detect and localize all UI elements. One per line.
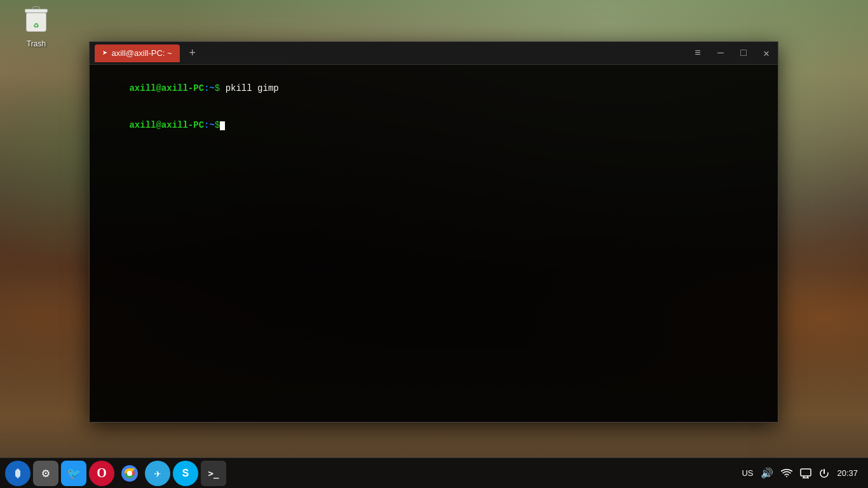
prompt-user-2: axill@axill-PC — [129, 120, 204, 130]
power-icon — [819, 468, 829, 478]
tray-volume-icon[interactable]: 🔊 — [761, 467, 773, 480]
terminal-tab-icon: ➤ — [102, 48, 107, 58]
terminal-taskbar-icon: >_ — [208, 468, 219, 478]
system-tray: US 🔊 20:37 — [742, 467, 863, 480]
svg-rect-4 — [801, 469, 811, 476]
taskbar-app-budgie[interactable]: 🐦 — [61, 461, 86, 486]
tray-power-icon[interactable] — [819, 468, 829, 478]
chrome-icon — [121, 465, 138, 482]
prompt-path-1: :~ — [204, 83, 215, 93]
prompt-dollar-1: $ — [215, 83, 220, 93]
trash-label: Trash — [27, 39, 46, 48]
telegram-icon: ✈ — [154, 466, 161, 480]
prompt-dollar-2: $ — [215, 120, 220, 130]
taskbar-app-skype[interactable]: S — [173, 461, 198, 486]
wifi-icon — [781, 469, 792, 478]
taskbar-app-chrome[interactable] — [117, 461, 142, 486]
solus-icon — [10, 466, 25, 481]
tray-clock: 20:37 — [837, 468, 858, 478]
taskbar: ⚙ 🐦 O ✈ S >_ — [0, 458, 868, 488]
terminal-tab[interactable]: ➤ axill@axill-PC: ~ — [95, 44, 180, 62]
trash-icon-image: ♻ — [21, 6, 51, 37]
taskbar-app-solus[interactable] — [5, 461, 31, 486]
menu-button[interactable]: ≡ — [691, 47, 704, 60]
tray-language[interactable]: US — [742, 468, 753, 478]
trash-can-graphic: ♻ — [25, 6, 48, 32]
trash-can-body: ♻ — [26, 13, 46, 32]
cursor — [220, 121, 225, 130]
terminal-content[interactable]: axill@axill-PC:~$ pkill gimp axill@axill… — [90, 65, 778, 422]
terminal-line-2: axill@axill-PC:~$ — [97, 107, 770, 145]
taskbar-app-terminal[interactable]: >_ — [201, 461, 226, 486]
window-controls: ≡ ─ □ ✕ — [691, 47, 773, 60]
opera-icon: O — [97, 466, 107, 480]
minimize-button[interactable]: ─ — [714, 47, 727, 60]
close-button[interactable]: ✕ — [760, 47, 773, 60]
terminal-line-1: axill@axill-PC:~$ pkill gimp — [97, 70, 770, 107]
maximize-button[interactable]: □ — [737, 47, 750, 60]
add-tab-button[interactable]: + — [185, 46, 200, 61]
terminal-window: ➤ axill@axill-PC: ~ + ≡ ─ □ ✕ axill@axil… — [89, 41, 778, 423]
taskbar-app-opera[interactable]: O — [89, 461, 114, 486]
terminal-titlebar: ➤ axill@axill-PC: ~ + ≡ ─ □ ✕ — [90, 42, 778, 65]
skype-icon: S — [182, 467, 189, 480]
taskbar-apps: ⚙ 🐦 O ✈ S >_ — [5, 461, 742, 486]
taskbar-app-telegram[interactable]: ✈ — [145, 461, 170, 486]
recycle-icon: ♻ — [34, 20, 39, 30]
prompt-path-2: :~ — [204, 120, 215, 130]
tray-display-icon[interactable] — [800, 468, 811, 478]
svg-point-3 — [127, 471, 132, 476]
trash-icon[interactable]: ♻ Trash — [14, 6, 58, 48]
display-icon — [800, 468, 811, 478]
gear-icon: ⚙ — [42, 465, 50, 481]
terminal-tab-title: axill@axill-PC: ~ — [111, 48, 172, 58]
taskbar-app-settings[interactable]: ⚙ — [33, 461, 58, 486]
tray-wifi-icon[interactable] — [781, 469, 792, 478]
budgie-icon: 🐦 — [67, 466, 81, 480]
prompt-cmd-1: pkill gimp — [220, 83, 278, 93]
prompt-user-1: axill@axill-PC — [129, 83, 204, 93]
